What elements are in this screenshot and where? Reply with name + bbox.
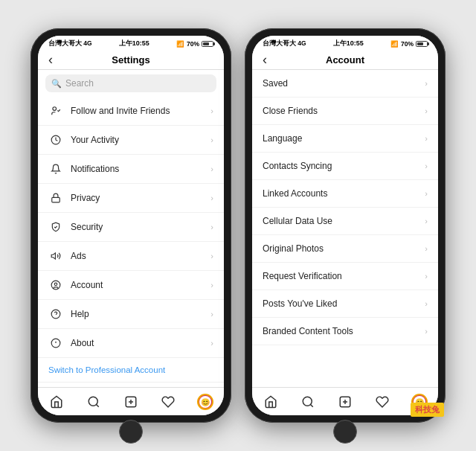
tab-home-2[interactable] — [260, 393, 281, 411]
language-label: Language — [263, 133, 425, 144]
svg-point-5 — [54, 283, 57, 286]
home-button-1[interactable] — [119, 420, 143, 444]
svg-point-16 — [303, 397, 312, 406]
account-item-language[interactable]: Language › — [252, 125, 438, 153]
search-bar-1[interactable]: 🔍 Search — [45, 74, 216, 92]
language-chevron: › — [425, 134, 428, 143]
help-label: Help — [71, 309, 210, 319]
tab-search-2[interactable] — [298, 393, 318, 411]
privacy-label: Privacy — [71, 193, 210, 203]
wifi-icon-2: 📶 — [390, 40, 399, 48]
list-item-privacy[interactable]: Privacy › — [38, 184, 224, 213]
wifi-icon-1: 📶 — [176, 40, 184, 48]
phone1-screen: 台灣大哥大 4G 上午10:55 📶 70% ‹ Settings — [38, 36, 224, 415]
saved-chevron: › — [425, 79, 428, 88]
list-item-ads[interactable]: Ads › — [38, 242, 224, 271]
security-chevron: › — [210, 223, 213, 231]
phone1: 台灣大哥大 4G 上午10:55 📶 70% ‹ Settings — [30, 28, 231, 423]
help-chevron: › — [210, 310, 213, 319]
tab-likes-2[interactable] — [372, 393, 393, 411]
activity-chevron: › — [210, 135, 213, 144]
battery-icon-1 — [202, 41, 213, 47]
contacts-label: Contacts Syncing — [263, 161, 425, 171]
settings-list-1: Follow and Invite Friends › Your Activit… — [38, 97, 224, 387]
about-icon — [48, 336, 63, 351]
account-item-liked[interactable]: Posts You've Liked › — [252, 290, 438, 318]
verification-label: Request Verification — [263, 271, 425, 281]
back-button-2[interactable]: ‹ — [263, 53, 267, 66]
account-item-close-friends[interactable]: Close Friends › — [252, 97, 438, 125]
nav-bar-2: ‹ Account — [252, 50, 438, 70]
status-bar-2: 台灣大哥大 4G 上午10:55 📶 70% — [252, 36, 438, 50]
battery-pct-2: 70% — [401, 40, 414, 48]
scene: 台灣大哥大 4G 上午10:55 📶 70% ‹ Settings — [16, 13, 460, 438]
follow-icon — [48, 103, 63, 118]
linked-label: Linked Accounts — [263, 188, 425, 199]
profile-avatar-1: 😊 — [197, 394, 213, 410]
battery-fill-2 — [417, 42, 423, 45]
account-item-verification[interactable]: Request Verification › — [252, 263, 438, 290]
photos-label: Original Photos — [263, 243, 425, 254]
account-item-photos[interactable]: Original Photos › — [252, 235, 438, 263]
list-item-account[interactable]: Account › — [38, 271, 224, 300]
battery-fill-1 — [203, 42, 209, 45]
privacy-icon — [48, 191, 63, 205]
search-icon-1: 🔍 — [51, 79, 62, 89]
tab-add-1[interactable] — [120, 393, 141, 411]
liked-chevron: › — [425, 299, 428, 308]
follow-chevron: › — [210, 106, 213, 115]
tab-add-2[interactable] — [335, 393, 356, 411]
account-item-cellular[interactable]: Cellular Data Use › — [252, 208, 438, 235]
account-item-saved[interactable]: Saved › — [252, 70, 438, 97]
svg-point-11 — [89, 397, 97, 406]
contacts-chevron: › — [425, 161, 428, 170]
list-item-notifications[interactable]: Notifications › — [38, 155, 224, 184]
list-item-security[interactable]: Security › — [38, 213, 224, 242]
list-item-follow[interactable]: Follow and Invite Friends › — [38, 97, 224, 126]
home-button-2[interactable] — [333, 420, 357, 444]
cellular-label: Cellular Data Use — [263, 216, 425, 226]
close-friends-label: Close Friends — [263, 106, 425, 116]
svg-rect-2 — [52, 197, 60, 202]
cellular-chevron: › — [425, 217, 428, 226]
ads-icon — [48, 249, 63, 263]
about-label: About — [71, 338, 210, 348]
phone2-wrap: 台灣大哥大 4G 上午10:55 📶 70% ‹ Account — [245, 28, 446, 423]
activity-label: Your Activity — [71, 135, 210, 145]
notifications-label: Notifications — [71, 164, 210, 174]
carrier-2: 台灣大哥大 4G — [263, 39, 306, 48]
liked-label: Posts You've Liked — [263, 298, 425, 309]
watermark: 科技兔 — [411, 403, 444, 417]
account-item-linked[interactable]: Linked Accounts › — [252, 180, 438, 208]
account-icon — [48, 278, 63, 292]
close-friends-chevron: › — [425, 106, 428, 115]
security-icon — [48, 220, 63, 234]
tab-likes-1[interactable] — [158, 393, 178, 411]
account-item-contacts[interactable]: Contacts Syncing › — [252, 153, 438, 180]
logins-label: Logins — [38, 382, 224, 387]
account-list: Saved › Close Friends › Language › Conta… — [252, 70, 438, 387]
status-bar-1: 台灣大哥大 4G 上午10:55 📶 70% — [38, 36, 224, 50]
account-chevron: › — [210, 281, 213, 290]
tab-profile-1[interactable]: 😊 — [195, 393, 216, 411]
back-button-1[interactable]: ‹ — [48, 53, 53, 66]
svg-marker-3 — [51, 253, 55, 259]
about-chevron: › — [210, 339, 213, 348]
tab-search-1[interactable] — [83, 393, 104, 411]
list-item-about[interactable]: About › — [38, 329, 224, 358]
time-2: 上午10:55 — [333, 39, 364, 48]
list-item-help[interactable]: Help › — [38, 300, 224, 329]
tab-home-1[interactable] — [46, 393, 67, 411]
account-item-branded[interactable]: Branded Content Tools › — [252, 318, 438, 345]
list-item-activity[interactable]: Your Activity › — [38, 126, 224, 155]
svg-line-12 — [96, 404, 98, 406]
svg-point-0 — [53, 107, 57, 111]
activity-icon — [48, 132, 63, 147]
battery-pct-1: 70% — [187, 40, 199, 48]
verification-chevron: › — [425, 272, 428, 281]
photos-chevron: › — [425, 244, 428, 253]
switch-pro-button[interactable]: Switch to Professional Account — [38, 358, 224, 382]
account-label: Account — [71, 280, 210, 290]
carrier-1: 台灣大哥大 4G — [48, 39, 92, 48]
nav-title-2: Account — [326, 54, 364, 65]
